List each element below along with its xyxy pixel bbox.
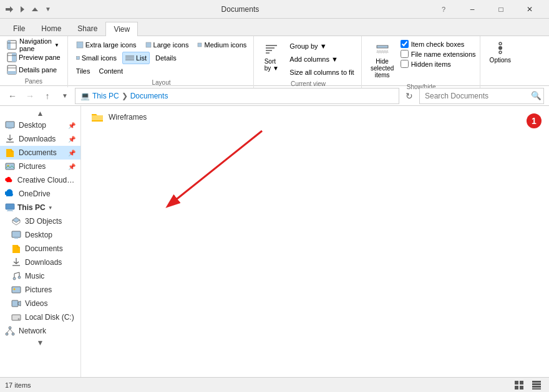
maximize-button[interactable]: □ (487, 0, 515, 19)
sidebar-item-3d-objects[interactable]: 3D Objects (0, 214, 80, 228)
close-button[interactable]: ✕ (515, 0, 544, 19)
sidebar-item-this-pc-desktop[interactable]: Desktop (0, 228, 80, 242)
videos-icon (11, 299, 21, 308)
back-button[interactable]: ← (5, 88, 20, 103)
svg-rect-33 (7, 211, 13, 211)
back-icon (5, 4, 15, 14)
forward-button[interactable]: → (22, 88, 37, 103)
scroll-up-button[interactable]: ▲ (0, 108, 80, 118)
main-area: ▲ Desktop 📌 Downloads 📌 Documents 📌 Pict… (0, 106, 549, 377)
details-icon (7, 65, 17, 75)
current-view-label: Current view (259, 80, 357, 87)
window-title: Documents (51, 5, 429, 14)
file-name-extensions-toggle[interactable]: File name extensions (401, 50, 476, 58)
item-count: 17 items (5, 381, 31, 389)
address-path[interactable]: 💻 This PC ❯ Documents (75, 88, 399, 104)
list-button[interactable]: List (122, 52, 150, 64)
tab-share[interactable]: Share (69, 21, 105, 36)
sidebar-item-network[interactable]: Network (0, 324, 80, 338)
path-this-pc[interactable]: 💻 (80, 92, 90, 100)
sidebar-item-this-pc-downloads[interactable]: Downloads (0, 256, 80, 269)
details-pane-button[interactable]: Details pane (4, 64, 60, 76)
sidebar-onedrive-label: OneDrive (19, 189, 51, 198)
item-check-boxes-checkbox[interactable] (401, 40, 409, 48)
scroll-down-button[interactable]: ▼ (0, 338, 80, 348)
network-label: Network (19, 327, 46, 335)
options-button[interactable]: Options (485, 39, 515, 65)
list-view-button[interactable] (512, 379, 527, 391)
this-pc-header[interactable]: This PC ▼ (0, 201, 80, 214)
hide-selected-button[interactable]: Hide selecteditems (367, 39, 398, 82)
recent-button[interactable]: ▼ (57, 88, 72, 103)
content-button[interactable]: Content (95, 65, 126, 77)
sort-by-button[interactable]: Sortby ▼ (259, 39, 284, 75)
small-icons-button[interactable]: Small icons (73, 52, 120, 64)
svg-rect-55 (532, 388, 541, 390)
tab-home[interactable]: Home (33, 21, 69, 36)
tab-view[interactable]: View (105, 22, 138, 36)
tab-file[interactable]: File (5, 21, 33, 36)
svg-rect-51 (520, 386, 523, 390)
add-columns-button[interactable]: Add columns ▼ (286, 53, 357, 65)
extra-large-icon (76, 41, 84, 49)
preview-pane-button[interactable]: Preview pane (4, 51, 64, 64)
sidebar-item-local-disk[interactable]: Local Disk (C:) (0, 310, 80, 324)
sidebar-item-music[interactable]: Music (0, 269, 80, 283)
size-columns-button[interactable]: Size all columns to fit (286, 66, 357, 79)
details-view-icon (532, 381, 541, 390)
up-icon (30, 4, 40, 14)
sidebar-item-downloads[interactable]: Downloads 📌 (0, 132, 80, 146)
sidebar-item-pictures[interactable]: Pictures 📌 (0, 160, 80, 173)
annotation-arrow (119, 125, 306, 280)
expand-icon: ▼ (48, 205, 53, 211)
svg-point-23 (499, 42, 502, 45)
pictures-sidebar-icon (5, 161, 15, 171)
sidebar-item-onedrive[interactable]: OneDrive (0, 187, 80, 201)
path-segment-2[interactable]: Documents (130, 92, 168, 100)
this-pc-downloads-label: Downloads (25, 258, 62, 267)
wireframes-folder-item[interactable]: Wireframes (86, 111, 152, 123)
content-area: Wireframes 1 (81, 106, 549, 377)
panes-group: Navigation pane ▼ Preview pane Details p… (0, 36, 68, 87)
large-icons-button[interactable]: Large icons (142, 39, 192, 51)
downloads-sidebar-icon (5, 134, 15, 144)
sidebar-item-this-pc-pictures[interactable]: Pictures (0, 283, 80, 297)
wireframes-label: Wireframes (109, 113, 147, 122)
refresh-button[interactable]: ↻ (402, 88, 417, 103)
tiles-button[interactable]: Tiles (73, 65, 94, 77)
sidebar-item-videos[interactable]: Videos (0, 297, 80, 310)
file-name-extensions-checkbox[interactable] (401, 50, 409, 58)
sidebar-item-this-pc-documents[interactable]: Documents (0, 242, 80, 256)
svg-rect-50 (515, 386, 518, 390)
minimize-button[interactable]: – (458, 0, 487, 19)
path-segment-1[interactable]: This PC (92, 92, 119, 100)
svg-rect-31 (6, 204, 14, 209)
group-by-button[interactable]: Group by ▼ (286, 40, 357, 52)
up-button[interactable]: ↑ (40, 88, 55, 103)
navigation-pane-button[interactable]: Navigation pane ▼ (4, 39, 62, 51)
svg-rect-11 (198, 43, 202, 47)
search-button[interactable]: 🔍 (531, 91, 542, 100)
svg-rect-26 (6, 122, 14, 128)
current-view-group: Sortby ▼ Group by ▼ Add columns ▼ Size a… (255, 36, 361, 90)
extra-large-icons-button[interactable]: Extra large icons (73, 39, 140, 51)
item-check-boxes-toggle[interactable]: Item check boxes (401, 40, 476, 48)
medium-icon (197, 42, 202, 47)
help-button[interactable]: ? (429, 0, 458, 19)
details-button[interactable]: Details (152, 52, 180, 64)
sidebar-item-desktop[interactable]: Desktop 📌 (0, 118, 80, 132)
sidebar-item-documents[interactable]: Documents 📌 (0, 146, 80, 160)
this-pc-documents-label: Documents (25, 244, 63, 253)
ribbon-tabs: File Home Share View (0, 19, 549, 36)
hidden-items-checkbox[interactable] (401, 60, 409, 68)
options-icon (493, 41, 508, 55)
medium-icons-button[interactable]: Medium icons (194, 39, 250, 51)
hidden-items-toggle[interactable]: Hidden items (401, 60, 476, 68)
preview-icon (7, 52, 17, 62)
svg-point-44 (12, 333, 14, 335)
onedrive-icon (5, 189, 15, 199)
sidebar-item-creative-cloud[interactable]: Creative Cloud Files (0, 173, 80, 187)
details-view-button[interactable] (529, 379, 544, 391)
svg-point-42 (9, 327, 11, 329)
search-input[interactable] (419, 88, 544, 104)
